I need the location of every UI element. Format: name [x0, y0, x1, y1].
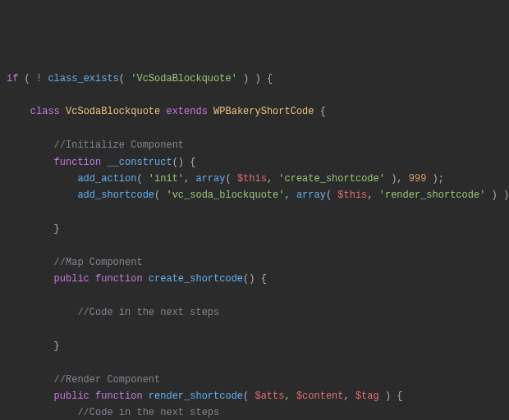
fn-add-action: add_action — [77, 173, 136, 185]
punct: } — [54, 340, 60, 352]
punct: ( — [243, 390, 254, 402]
keyword-if: if — [7, 73, 18, 84]
punct: , — [267, 173, 278, 185]
fn-array: array — [195, 173, 225, 185]
var-content: $content — [296, 390, 344, 402]
var-this: $this — [237, 173, 267, 185]
punct: ( — [136, 173, 148, 185]
punct: ( — [25, 73, 36, 84]
punct: ) ); — [492, 189, 509, 201]
comment: //Code in the next steps — [77, 307, 219, 318]
comment: //Initialize Component — [54, 139, 184, 151]
punct: ( — [154, 189, 166, 201]
punct: ), — [391, 173, 409, 185]
punct: () { — [172, 157, 196, 168]
str-render: 'render_shortcode' — [379, 189, 486, 201]
keyword-public: public — [54, 390, 89, 402]
var-atts: $atts — [254, 390, 284, 402]
punct: ( — [225, 173, 236, 185]
keyword-function: function — [95, 390, 143, 402]
fn-render-shortcode: render_shortcode — [149, 390, 243, 402]
fn-class-exists: class_exists — [48, 73, 118, 84]
punct: ) ) { — [243, 73, 273, 84]
class-name: VcSodaBlockquote — [66, 106, 160, 117]
str-classname: 'VcSodaBlockquote' — [131, 73, 237, 84]
keyword-function: function — [95, 273, 143, 285]
op-not: ! — [36, 73, 42, 84]
fn-add-shortcode: add_shortcode — [77, 189, 154, 201]
punct: () { — [243, 273, 267, 285]
punct: , — [184, 173, 195, 185]
class-parent: WPBakeryShortCode — [213, 106, 314, 117]
punct: , — [367, 189, 378, 201]
keyword-class: class — [30, 106, 60, 117]
punct: , — [344, 390, 355, 402]
fn-create-shortcode: create_shortcode — [149, 273, 243, 285]
keyword-function: function — [54, 157, 102, 168]
punct: , — [284, 390, 296, 402]
punct: ( — [326, 189, 337, 201]
fn-array: array — [296, 189, 326, 201]
comment: //Render Component — [54, 374, 161, 386]
str-vcsoda: 'vc_soda_blockquote' — [166, 189, 284, 201]
punct: , — [284, 189, 296, 201]
str-init: 'init' — [149, 173, 184, 185]
var-this: $this — [337, 189, 367, 201]
comment: //Map Component — [54, 257, 143, 268]
str-create: 'create_shortcode' — [278, 173, 385, 185]
var-tag: $tag — [355, 390, 379, 402]
punct: ); — [433, 173, 444, 185]
keyword-extends: extends — [166, 106, 207, 117]
code-editor[interactable]: if ( ! class_exists( 'VcSodaBlockquote' … — [7, 71, 502, 420]
comment: //Code in the next steps — [77, 407, 219, 418]
num-999: 999 — [409, 173, 427, 185]
keyword-public: public — [54, 273, 89, 285]
punct: } — [54, 223, 60, 235]
punct: ( — [119, 73, 131, 84]
punct: { — [320, 106, 326, 117]
punct: ) { — [385, 390, 403, 402]
fn-construct: __construct — [107, 157, 172, 168]
